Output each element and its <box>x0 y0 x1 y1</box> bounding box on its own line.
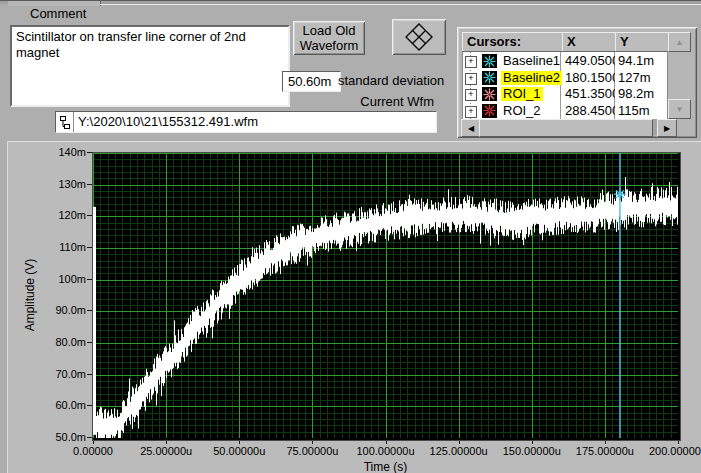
comment-label: Comment <box>30 6 86 21</box>
x-axis-title: Time (s) <box>93 460 678 473</box>
cursor-row[interactable]: + ROI_1 451.350000 98.2m <box>463 86 667 102</box>
cursor-x-value: 449.050000 <box>565 54 615 68</box>
cursor-name: ROI_1 <box>501 87 543 101</box>
diamond-palette-button[interactable] <box>392 19 446 55</box>
cursor-row[interactable]: + Baseline1 449.050000 94.1m <box>463 53 667 69</box>
expand-plus-icon[interactable]: + <box>465 73 477 85</box>
waveform-graph: Amplitude (V) Time (s) 140m130m120m110m1… <box>7 141 701 473</box>
cursor-x-value: 288.450000 <box>565 104 615 118</box>
cursor-row[interactable]: + ROI_2 288.450000 115m <box>463 103 667 119</box>
cursors-header-button[interactable]: Cursors: <box>462 32 566 52</box>
current-wfm-label: Current Wfm <box>334 94 434 109</box>
top-border-line <box>0 0 701 1</box>
top-highlight-line <box>100 4 701 5</box>
cursor-star-icon <box>482 54 497 68</box>
cursor-star-icon <box>482 87 497 101</box>
path-text: Y:\2020\10\21\155312.491.wfm <box>74 112 436 132</box>
cursor-star-icon <box>482 104 497 118</box>
cursor-star-icon <box>482 71 497 85</box>
current-wfm-path-control[interactable]: Y:\2020\10\21\155312.491.wfm <box>55 111 437 133</box>
cursor-y-value: 98.2m <box>618 87 665 101</box>
cursor-name: Baseline1 <box>501 54 562 68</box>
std-dev-value-field[interactable]: 50.60m <box>282 71 341 92</box>
scroll-right-icon[interactable]: ▶ <box>657 119 677 137</box>
std-dev-label: standard deviation <box>338 73 444 88</box>
cursor-x-value: 180.150000 <box>565 71 615 85</box>
load-old-waveform-button[interactable]: Load Old Waveform <box>293 21 365 55</box>
load-old-waveform-label: Load Old Waveform <box>293 23 365 53</box>
path-type-icon <box>56 112 74 132</box>
scroll-left-icon[interactable]: ◀ <box>461 119 481 137</box>
cursor-name: ROI_2 <box>501 104 543 118</box>
cursor-y-header-button[interactable]: Y <box>615 32 670 52</box>
cursor-list: + Baseline1 449.050000 94.1m + Baseline2… <box>462 51 668 120</box>
scrollbar-thumb[interactable] <box>479 119 653 137</box>
cursor-row[interactable]: + Baseline2 180.150000 127m <box>463 70 667 86</box>
waveform-canvas[interactable] <box>93 153 678 438</box>
cursor-x-value: 451.350000 <box>565 87 615 101</box>
cursor-y-value: 94.1m <box>618 54 665 68</box>
cursor-y-value: 127m <box>618 71 665 85</box>
diamond-cross-icon <box>404 22 434 52</box>
cursor-name: Baseline2 <box>501 71 562 85</box>
cursor-y-value: 115m <box>618 104 665 118</box>
expand-plus-icon[interactable]: + <box>465 89 477 101</box>
cursor-x-header-button[interactable]: X <box>562 32 619 52</box>
y-axis-title: Amplitude (V) <box>23 259 37 332</box>
labview-front-panel: { "top": { "comment_label": "Comment", "… <box>0 0 701 473</box>
expand-plus-icon[interactable]: + <box>465 106 477 118</box>
plot-area[interactable] <box>92 152 681 441</box>
comment-textbox[interactable]: Scintillator on transfer line corner of … <box>10 25 290 107</box>
cursor-horizontal-scrollbar[interactable]: ◀ ▶ <box>461 119 677 135</box>
expand-plus-icon[interactable]: + <box>465 56 477 68</box>
cursor-scroll-down-button[interactable]: ▼ <box>668 99 691 119</box>
cursor-scroll-up-button[interactable]: ▲ <box>668 32 691 52</box>
cursor-palette: Cursors: X Y ▲ + Baseline1 449.050000 94… <box>457 27 697 138</box>
